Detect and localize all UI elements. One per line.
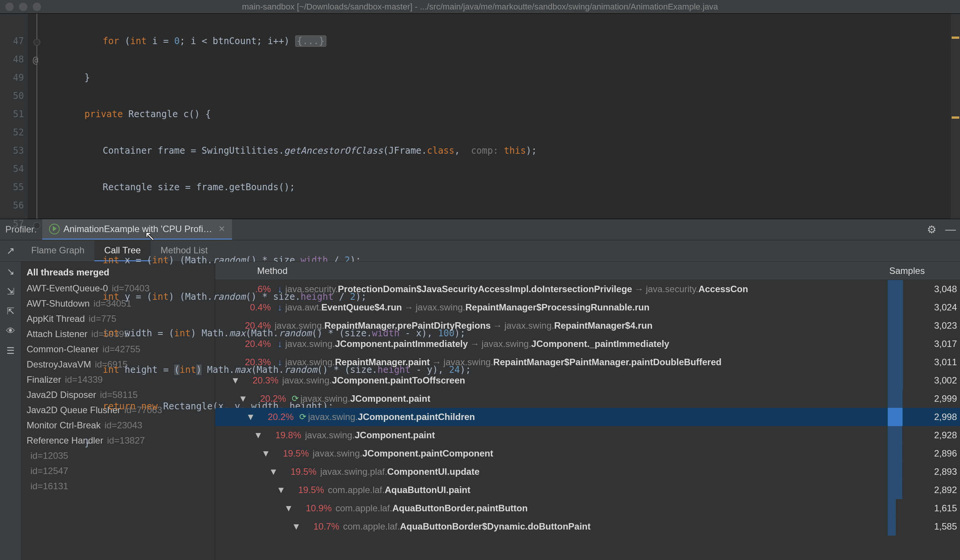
window-minimize-button[interactable] [19, 3, 27, 11]
row-samples: 3,023 [903, 320, 960, 331]
row-percent: 19.5% [278, 466, 320, 477]
call-tree-row[interactable]: 20.3%↓javax.swing.RepaintManager.paint→j… [215, 353, 960, 371]
row-samples: 2,998 [903, 412, 960, 422]
menu-icon: ☰ [6, 346, 15, 356]
row-method: com.apple.laf.AquaButtonBorder$Dynamic.d… [343, 521, 888, 532]
samples-bar [888, 280, 903, 298]
call-tree-row[interactable]: 20.4%javax.swing.RepaintManager.prePaint… [215, 317, 960, 335]
line-number[interactable]: 49 [0, 69, 27, 87]
call-tree-row[interactable]: ▼20.2%⟳javax.swing.JComponent.paintChild… [215, 408, 960, 426]
expand-chevron-icon[interactable]: ▼ [276, 485, 286, 495]
tab-flame-graph[interactable]: Flame Graph [21, 240, 94, 261]
thread-id: id=12547 [30, 466, 68, 476]
call-tree-row[interactable]: ▼10.7%com.apple.laf.AquaButtonBorder$Dyn… [215, 517, 960, 536]
row-samples: 3,024 [903, 302, 960, 313]
call-tree-row[interactable]: ▼19.8%javax.swing.JComponent.paint2,928 [215, 426, 960, 444]
row-percent: .6% [233, 284, 275, 294]
expand-chevron-icon[interactable]: ▼ [238, 394, 248, 404]
code-line[interactable]: private Rectangle c() { [85, 105, 951, 123]
column-samples[interactable]: Samples [884, 266, 960, 276]
samples-bar [888, 371, 903, 390]
expand-button[interactable]: ⇲ [7, 286, 14, 297]
row-method: javax.swing.RepaintManager.paint→javax.s… [285, 357, 888, 368]
row-percent: 10.9% [294, 503, 336, 514]
line-number[interactable]: 54 [0, 160, 27, 178]
fold-handle-icon[interactable] [34, 39, 40, 46]
samples-bar [888, 390, 903, 408]
title-bar: main-sandbox [~/Downloads/sandbox-master… [0, 0, 960, 14]
fold-handle-icon[interactable] [34, 222, 40, 229]
fold-column[interactable]: @ [27, 14, 46, 219]
expand-chevron-icon[interactable]: ▼ [246, 412, 256, 422]
expand-chevron-icon[interactable]: ▼ [269, 466, 278, 477]
window-controls[interactable] [5, 3, 41, 11]
focus-on-subtree-button[interactable]: ↘ [7, 266, 14, 277]
call-tree-row[interactable]: 0.4%↓java.awt.EventQueue$4.run→javax.swi… [215, 298, 960, 317]
row-percent: 20.2% [256, 412, 298, 422]
line-number[interactable]: 57 [0, 214, 27, 233]
call-tree-row[interactable]: .6%↓java.security.ProtectionDomain$JavaS… [215, 280, 960, 298]
window-zoom-button[interactable] [33, 3, 41, 11]
row-method: java.security.ProtectionDomain$JavaSecur… [285, 284, 888, 294]
samples-bar [888, 408, 903, 426]
call-tree-row[interactable]: ▼19.5%com.apple.laf.AquaButtonUI.paint2,… [215, 481, 960, 499]
editor-scrollbar[interactable] [951, 14, 960, 219]
row-method: javax.swing.JComponent.paintToOffscreen [282, 375, 888, 386]
row-method: javax.swing.JComponent.paintComponent [313, 448, 888, 459]
samples-bar [888, 444, 903, 462]
call-tree-row[interactable]: ▼20.3%javax.swing.JComponent.paintToOffs… [215, 371, 960, 390]
line-number[interactable]: 48 [0, 50, 27, 69]
menu-button[interactable]: ☰ [6, 346, 15, 356]
thread-id: id=12035 [30, 450, 68, 461]
call-tree-row[interactable]: ▼10.9%com.apple.laf.AquaButtonBorder.pai… [215, 499, 960, 517]
expand-chevron-icon[interactable]: ▼ [230, 375, 240, 386]
line-number[interactable]: 52 [0, 123, 27, 141]
line-number[interactable]: 56 [0, 196, 27, 214]
call-tree-row[interactable]: ▼19.5%javax.swing.plaf.ComponentUI.updat… [215, 462, 960, 481]
line-gutter[interactable]: 47 48 49 50 51 52 53 54 55 56 57 [0, 14, 27, 219]
row-percent: 20.2% [248, 394, 290, 404]
call-tree-row[interactable]: ▼19.5%javax.swing.JComponent.paintCompon… [215, 444, 960, 462]
expand-chevron-icon[interactable]: ▼ [284, 503, 294, 514]
line-number[interactable]: 50 [0, 87, 27, 105]
line-number[interactable] [0, 14, 27, 32]
code-line[interactable]: Container frame = SwingUtilities.getAnce… [103, 141, 951, 160]
editor-area[interactable]: 47 48 49 50 51 52 53 54 55 56 57 @ for (… [0, 14, 960, 219]
code-line[interactable]: for (int i = 0; i < btnCount; i++) {...} [103, 32, 951, 50]
code-line[interactable]: Rectangle size = frame.getBounds(); [103, 178, 951, 196]
collapse-icon: ⇱ [7, 306, 14, 316]
row-percent: 10.7% [301, 521, 343, 532]
scroll-mark[interactable] [952, 117, 959, 119]
open-in-new-window-button[interactable]: ↗ [0, 240, 21, 261]
row-method: javax.swing.plaf.ComponentUI.update [320, 466, 888, 477]
thread-id: id=16131 [30, 481, 68, 491]
call-tree-header: Method Samples [215, 262, 960, 280]
call-tree-row[interactable]: 20.4%↓javax.swing.JComponent.paintImmedi… [215, 335, 960, 353]
row-samples: 2,896 [903, 448, 960, 459]
code-line[interactable] [85, 214, 951, 233]
row-method: com.apple.laf.AquaButtonUI.paint [328, 485, 888, 495]
samples-bar [888, 481, 903, 499]
row-method: javax.swing.JComponent.paint [301, 394, 888, 404]
expand-chevron-icon[interactable]: ▼ [253, 430, 263, 440]
line-number[interactable]: 53 [0, 141, 27, 160]
recursion-icon: ⟳ [290, 394, 301, 404]
call-tree-table[interactable]: Method Samples .6%↓java.security.Protect… [215, 262, 960, 560]
code-editor[interactable]: for (int i = 0; i < btnCount; i++) {...}… [46, 14, 951, 219]
expand-chevron-icon[interactable]: ▼ [261, 448, 271, 459]
profiler-side-toolbar: ↘ ⇲ ⇱ 👁 ☰ [0, 262, 21, 560]
call-tree-row[interactable]: ▼20.2%⟳javax.swing.JComponent.paint2,999 [215, 390, 960, 408]
window-close-button[interactable] [5, 3, 14, 11]
line-number[interactable]: 51 [0, 105, 27, 123]
line-number[interactable]: 47 [0, 32, 27, 50]
folded-region[interactable]: {...} [295, 35, 326, 47]
filter-button[interactable]: 👁 [6, 326, 15, 336]
expand-chevron-icon[interactable]: ▼ [291, 521, 301, 532]
code-line[interactable]: } [85, 69, 951, 87]
column-method[interactable]: Method [227, 266, 884, 276]
filter-icon: 👁 [6, 326, 15, 336]
collapse-button[interactable]: ⇱ [7, 306, 14, 317]
line-number[interactable]: 55 [0, 178, 27, 196]
thread-name: Attach Listener [27, 329, 88, 339]
scroll-mark[interactable] [952, 37, 959, 39]
